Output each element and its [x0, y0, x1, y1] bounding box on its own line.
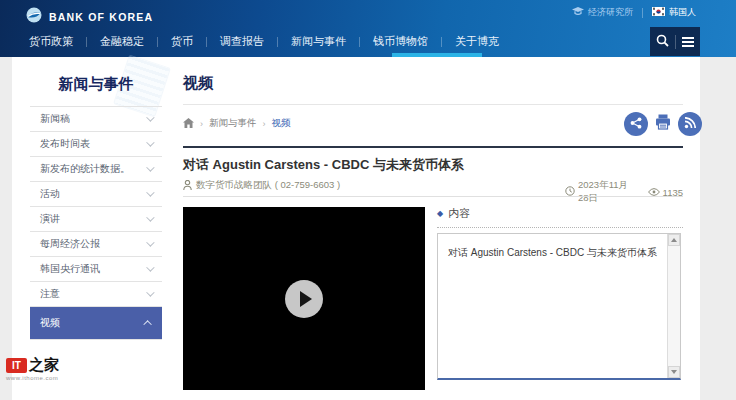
nav-news-events[interactable]: 新闻与事件 [278, 34, 359, 49]
chevron-down-icon [146, 288, 154, 296]
ithome-url: www.ithome.com [6, 375, 59, 381]
nav-research-reports[interactable]: 调查报告 [207, 34, 277, 49]
nav-tools [650, 27, 700, 56]
sidebar-item-release-schedule[interactable]: 发布时间表 [30, 131, 162, 156]
video-player[interactable] [183, 207, 425, 390]
section-top-border [183, 146, 683, 148]
chevron-down-icon [146, 188, 154, 196]
sidebar-menu: 新闻稿 发布时间表 新发布的统计数据。 活动 演讲 每周经济公报 韩国央行通讯 … [30, 106, 162, 340]
content-textarea[interactable]: 对话 Agustin Carstens - CBDC 与未来货币体系 [437, 233, 681, 380]
chevron-down-icon [146, 163, 154, 171]
nav-financial-stability[interactable]: 金融稳定 [87, 34, 157, 49]
breadcrumb-separator: › [200, 119, 203, 129]
scrollbar[interactable] [667, 234, 680, 378]
economic-research-link[interactable]: 经济研究所 [572, 6, 633, 19]
arrow-up-icon [671, 238, 677, 242]
share-button[interactable] [624, 112, 648, 136]
chevron-down-icon [146, 238, 154, 246]
diamond-bullet-icon: ◆ [437, 209, 443, 218]
search-button[interactable] [650, 27, 675, 56]
page-title: 视频 [183, 74, 213, 93]
sidebar-item-bok-newsletter[interactable]: 韩国央行通讯 [30, 256, 162, 281]
breadcrumb: › 新闻与事件 › 视频 [183, 117, 291, 130]
sidebar-item-notice[interactable]: 注意 [30, 281, 162, 306]
nav-monetary-policy[interactable]: 货币政策 [16, 34, 86, 49]
arrow-down-icon [671, 370, 677, 374]
dotted-divider [437, 227, 683, 228]
graduation-cap-icon [572, 7, 584, 18]
hamburger-icon [682, 35, 694, 49]
share-icon [630, 115, 642, 133]
sidebar-item-events[interactable]: 活动 [30, 181, 162, 206]
logo-text: BANK OF KOREA [49, 11, 153, 23]
sidebar-item-videos[interactable]: 视频 [30, 306, 162, 340]
print-button[interactable] [652, 112, 674, 136]
scroll-down-button[interactable] [668, 366, 680, 378]
publish-date: 2023年11月28日 [565, 179, 638, 205]
article-meta: 2023年11月28日 1135 [565, 179, 683, 205]
sidebar-item-press-releases[interactable]: 新闻稿 [30, 106, 162, 131]
breadcrumb-separator: › [263, 119, 266, 129]
rss-icon [684, 115, 696, 133]
utility-divider [642, 8, 643, 18]
ithome-watermark: IT 之家 www.ithome.com [6, 358, 59, 381]
scroll-up-button[interactable] [668, 234, 680, 246]
person-icon [183, 180, 192, 192]
sidebar-item-weekly-bulletin[interactable]: 每周经济公报 [30, 231, 162, 256]
chevron-down-icon [146, 138, 154, 146]
content-panel-header: ◆ 内容 [437, 206, 470, 221]
share-toolbar [624, 112, 702, 136]
utility-links: 经济研究所 韩国人 [572, 6, 696, 19]
menu-button[interactable] [676, 27, 701, 56]
article-department: 数字货币战略团队 ( 02-759-6603 ) [183, 179, 340, 192]
play-button-icon[interactable] [285, 280, 323, 318]
article-title: 对话 Agustin Carstens - CBDC 与未来货币体系 [183, 156, 464, 174]
content-panel-label: 内容 [448, 206, 470, 221]
main-nav: 货币政策 金融稳定 货币 调查报告 新闻与事件 钱币博物馆 关于博克 [16, 29, 512, 54]
chevron-down-icon [146, 263, 154, 271]
korea-flag-icon [652, 7, 665, 18]
content-text: 对话 Agustin Carstens - CBDC 与未来货币体系 [448, 246, 660, 260]
bok-video-page: BANK OF KOREA 经济研究所 [0, 0, 736, 400]
language-selector[interactable]: 韩国人 [652, 6, 696, 19]
chevron-up-icon [143, 320, 151, 328]
ithome-logo-badge: IT [6, 358, 27, 373]
chevron-down-icon [146, 113, 154, 121]
bank-of-korea-logo[interactable]: BANK OF KOREA [26, 7, 153, 27]
sidebar-title: 新闻与事件 [30, 62, 162, 106]
bok-globe-icon [26, 7, 42, 27]
sidebar-item-speeches[interactable]: 演讲 [30, 206, 162, 231]
home-icon[interactable] [183, 118, 194, 130]
header: BANK OF KOREA 经济研究所 [0, 0, 736, 57]
sidebar-item-new-statistics[interactable]: 新发布的统计数据。 [30, 156, 162, 181]
nav-about-bok[interactable]: 关于博克 [442, 34, 512, 49]
rss-button[interactable] [678, 112, 702, 136]
breadcrumb-news-events[interactable]: 新闻与事件 [209, 117, 257, 130]
printer-icon [654, 113, 672, 135]
nav-currency[interactable]: 货币 [158, 34, 206, 49]
divider [183, 196, 683, 197]
chevron-down-icon [146, 213, 154, 221]
ithome-logo-text: 之家 [29, 358, 59, 373]
divider [183, 104, 683, 105]
nav-money-museum[interactable]: 钱币博物馆 [360, 34, 441, 49]
search-icon [656, 33, 669, 51]
breadcrumb-videos[interactable]: 视频 [272, 117, 291, 130]
